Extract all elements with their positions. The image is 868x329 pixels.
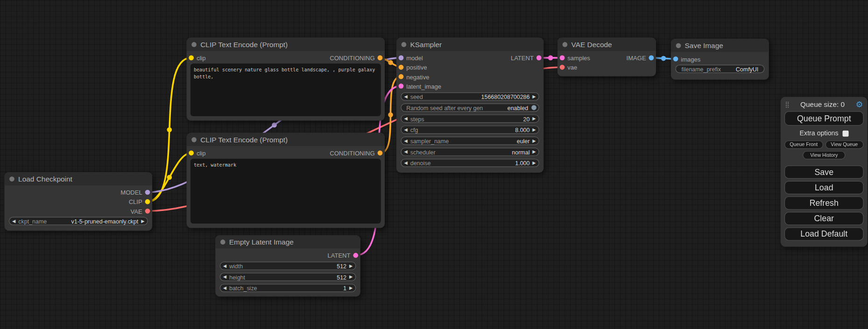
node-status-dot-icon xyxy=(9,176,14,182)
widget-scheduler[interactable]: ◀ scheduler normal ▶ xyxy=(401,148,539,156)
decrement-icon[interactable]: ◀ xyxy=(220,286,229,290)
queue-front-button[interactable]: Queue Front xyxy=(784,140,823,149)
clip-input-dot[interactable] xyxy=(189,150,194,155)
input-slot-positive[interactable]: positive xyxy=(399,64,427,70)
samples-input-dot[interactable] xyxy=(560,56,565,61)
widget-height[interactable]: ◀ height 512 ▶ xyxy=(220,273,356,281)
decrement-icon[interactable]: ◀ xyxy=(402,94,410,98)
input-slot-images[interactable]: images xyxy=(673,56,701,62)
node-empty-latent-image[interactable]: Empty Latent Image LATENT ◀ width 512 ▶ … xyxy=(215,235,360,297)
decrement-icon[interactable]: ◀ xyxy=(402,139,410,143)
load-default-button[interactable]: Load Default xyxy=(784,227,864,240)
input-slot-clip[interactable]: clip xyxy=(189,55,205,61)
widget-random-seed-toggle[interactable]: Random seed after every gen enabled xyxy=(401,104,539,112)
node-clip-text-encode-positive[interactable]: CLIP Text Encode (Prompt) clip CONDITION… xyxy=(187,38,385,121)
node-title-bar[interactable]: VAE Decode xyxy=(557,38,656,51)
decrement-icon[interactable]: ◀ xyxy=(402,117,410,121)
toggle-knob-icon[interactable] xyxy=(531,105,536,110)
latent-output-dot[interactable] xyxy=(353,253,358,258)
negative-prompt-textarea[interactable]: text, watermark xyxy=(191,159,381,224)
increment-icon[interactable]: ▶ xyxy=(529,139,538,143)
node-save-image[interactable]: Save Image images filename_prefix ComfyU… xyxy=(671,39,769,80)
graph-canvas[interactable]: Load Checkpoint MODEL CLIP VAE xyxy=(0,0,868,329)
widget-seed[interactable]: ◀ seed 156680208700286 ▶ xyxy=(401,92,539,101)
save-button[interactable]: Save xyxy=(784,165,864,178)
latent-image-input-dot[interactable] xyxy=(399,84,404,89)
node-title-bar[interactable]: Empty Latent Image xyxy=(215,235,360,248)
input-slot-negative[interactable]: negative xyxy=(399,73,430,80)
node-title-bar[interactable]: KSampler xyxy=(396,38,543,51)
node-clip-text-encode-negative[interactable]: CLIP Text Encode (Prompt) clip CONDITION… xyxy=(187,133,385,228)
increment-icon[interactable]: ▶ xyxy=(346,275,355,279)
widget-denoise[interactable]: ◀ denoise 1.000 ▶ xyxy=(401,159,539,167)
load-button[interactable]: Load xyxy=(784,181,864,194)
output-slot-latent[interactable]: LATENT xyxy=(511,55,542,61)
input-slot-samples[interactable]: samples xyxy=(560,55,590,61)
decrement-icon[interactable]: ◀ xyxy=(402,127,410,132)
widget-ckpt-name[interactable]: ◀ ckpt_name v1-5-pruned-emaonly.ckpt ▶ xyxy=(9,217,148,225)
increment-icon[interactable]: ▶ xyxy=(529,161,538,165)
increment-icon[interactable]: ▶ xyxy=(529,127,538,132)
clip-input-dot[interactable] xyxy=(189,56,194,61)
increment-icon[interactable]: ▶ xyxy=(346,286,355,290)
node-vae-decode[interactable]: VAE Decode samples IMAGE vae xyxy=(557,38,656,77)
input-slot-model[interactable]: model xyxy=(399,55,423,61)
widget-label: cfg xyxy=(410,126,418,133)
model-output-dot[interactable] xyxy=(145,190,150,195)
increment-icon[interactable]: ▶ xyxy=(529,150,538,154)
vae-input-dot[interactable] xyxy=(560,65,565,70)
drag-handle-icon[interactable]: ⣿ xyxy=(785,101,790,108)
output-slot-model[interactable]: MODEL xyxy=(120,189,150,196)
widget-filename-prefix[interactable]: filename_prefix ComfyUI xyxy=(675,65,764,73)
widget-width[interactable]: ◀ width 512 ▶ xyxy=(220,262,356,270)
queue-prompt-button[interactable]: Queue Prompt xyxy=(784,111,864,126)
clip-output-dot[interactable] xyxy=(145,199,150,204)
widget-steps[interactable]: ◀ steps 20 ▶ xyxy=(401,114,539,123)
negative-input-dot[interactable] xyxy=(399,74,404,79)
image-output-dot[interactable] xyxy=(649,56,654,61)
output-slot-image[interactable]: IMAGE xyxy=(627,55,654,61)
widget-batch-size[interactable]: ◀ batch_size 1 ▶ xyxy=(220,284,356,292)
widget-label: batch_size xyxy=(229,285,257,291)
node-title-bar[interactable]: Load Checkpoint xyxy=(4,172,152,185)
widget-sampler-name[interactable]: ◀ sampler_name euler ▶ xyxy=(401,137,539,145)
node-title-bar[interactable]: CLIP Text Encode (Prompt) xyxy=(187,38,385,51)
conditioning-output-dot[interactable] xyxy=(378,150,383,155)
increment-icon[interactable]: ▶ xyxy=(529,117,538,121)
positive-input-dot[interactable] xyxy=(399,65,404,70)
input-slot-clip[interactable]: clip xyxy=(189,150,205,156)
widget-cfg[interactable]: ◀ cfg 8.000 ▶ xyxy=(401,126,539,134)
decrement-icon[interactable]: ◀ xyxy=(402,161,410,165)
output-slot-vae[interactable]: VAE xyxy=(131,208,150,214)
view-history-button[interactable]: View History xyxy=(803,151,846,160)
extra-options-checkbox[interactable] xyxy=(842,130,848,136)
view-queue-button[interactable]: View Queue xyxy=(825,140,863,149)
node-load-checkpoint[interactable]: Load Checkpoint MODEL CLIP VAE xyxy=(4,172,152,231)
increment-icon[interactable]: ▶ xyxy=(346,264,355,268)
decrement-icon[interactable]: ◀ xyxy=(402,150,410,154)
input-slot-vae[interactable]: vae xyxy=(560,64,578,70)
decrement-icon[interactable]: ◀ xyxy=(220,264,229,268)
increment-icon[interactable]: ▶ xyxy=(529,94,538,98)
output-slot-latent[interactable]: LATENT xyxy=(327,252,358,259)
images-input-dot[interactable] xyxy=(673,56,678,62)
slot-label: vae xyxy=(567,64,577,70)
node-title-bar[interactable]: CLIP Text Encode (Prompt) xyxy=(187,133,385,146)
input-slot-latent-image[interactable]: latent_image xyxy=(399,83,441,89)
decrement-icon[interactable]: ◀ xyxy=(220,275,229,279)
decrement-icon[interactable]: ◀ xyxy=(9,219,18,223)
node-title-bar[interactable]: Save Image xyxy=(671,39,769,52)
positive-prompt-textarea[interactable]: beautiful scenery nature glass bottle la… xyxy=(191,63,381,116)
output-slot-conditioning[interactable]: CONDITIONING xyxy=(330,55,382,61)
output-slot-conditioning[interactable]: CONDITIONING xyxy=(330,150,382,156)
node-ksampler[interactable]: KSampler model LATENT positive xyxy=(396,38,543,173)
output-slot-clip[interactable]: CLIP xyxy=(129,198,150,205)
refresh-button[interactable]: Refresh xyxy=(784,196,864,210)
clear-button[interactable]: Clear xyxy=(784,212,864,225)
increment-icon[interactable]: ▶ xyxy=(138,219,147,223)
latent-output-dot[interactable] xyxy=(536,56,542,61)
settings-gear-icon[interactable]: ⚙ xyxy=(855,100,863,109)
vae-output-dot[interactable] xyxy=(145,209,150,214)
model-input-dot[interactable] xyxy=(399,56,404,61)
conditioning-output-dot[interactable] xyxy=(378,56,383,61)
